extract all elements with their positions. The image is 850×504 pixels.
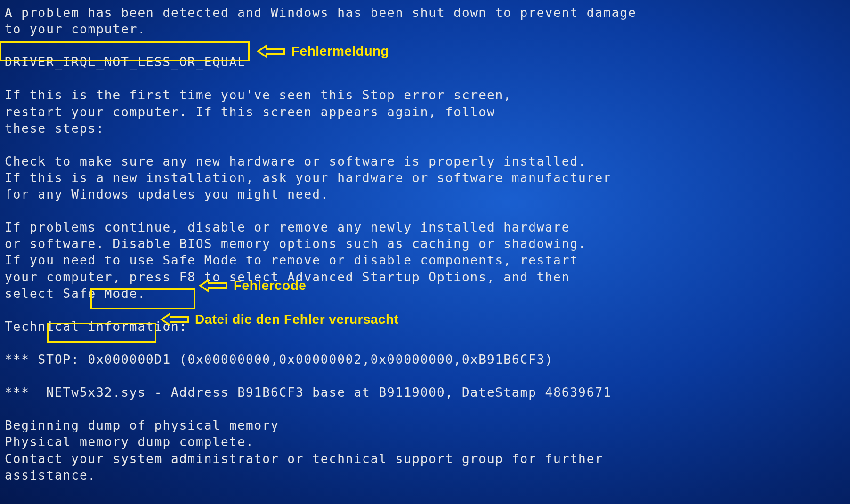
- bsod-p1-l3: these steps:: [5, 121, 105, 136]
- bsod-p1-l2: restart your computer. If this screen ap…: [5, 105, 495, 119]
- bsod-dump-l1: Beginning dump of physical memory: [5, 418, 279, 432]
- annotation-error-code: Fehlercode: [199, 277, 306, 295]
- bsod-p2-l3: for any Windows updates you might need.: [5, 187, 329, 201]
- bsod-dump-l4: assistance.: [5, 468, 96, 482]
- bsod-p3-l2: or software. Disable BIOS memory options…: [5, 237, 587, 251]
- arrow-left-icon: [257, 44, 286, 58]
- annotation-file-cause-label: Datei die den Fehler verursacht: [195, 311, 399, 328]
- bsod-stop-params: (0x00000000,0x00000002,0x00000000,0xB91B…: [171, 352, 553, 367]
- bsod-p3-l3: If you need to use Safe Mode to remove o…: [5, 253, 578, 267]
- bsod-p1-l1: If this is the first time you've seen th…: [5, 88, 512, 102]
- bsod-intro-line-1: A problem has been detected and Windows …: [5, 6, 637, 20]
- arrow-left-icon: [199, 279, 228, 293]
- bsod-screen: A problem has been detected and Windows …: [5, 5, 845, 484]
- highlight-box-error-name: [0, 41, 250, 61]
- bsod-dump-l3: Contact your system administrator or tec…: [5, 452, 603, 466]
- annotation-file-cause: Datei die den Fehler verursacht: [160, 311, 399, 328]
- bsod-intro-line-2: to your computer.: [5, 22, 146, 36]
- bsod-p3-l1: If problems continue, disable or remove …: [5, 220, 570, 234]
- bsod-stop-prefix: *** STOP:: [5, 352, 88, 367]
- bsod-file-name: NETw5x32.sys: [46, 385, 146, 400]
- bsod-file-suffix: - Address B91B6CF3 base at B9119000, Dat…: [146, 385, 612, 400]
- bsod-file-prefix: ***: [5, 385, 46, 400]
- annotation-error-code-label: Fehlercode: [234, 277, 306, 295]
- annotation-error-message: Fehlermeldung: [257, 42, 389, 60]
- highlight-box-file-name: [47, 323, 156, 343]
- highlight-box-stop-code: [90, 288, 195, 309]
- annotation-error-message-label: Fehlermeldung: [291, 42, 389, 60]
- bsod-p2-l2: If this is a new installation, ask your …: [5, 171, 612, 185]
- bsod-p2-l1: Check to make sure any new hardware or s…: [5, 154, 587, 168]
- bsod-stop-code: 0x000000D1: [88, 352, 171, 367]
- arrow-left-icon: [160, 312, 189, 327]
- bsod-dump-l2: Physical memory dump complete.: [5, 435, 254, 449]
